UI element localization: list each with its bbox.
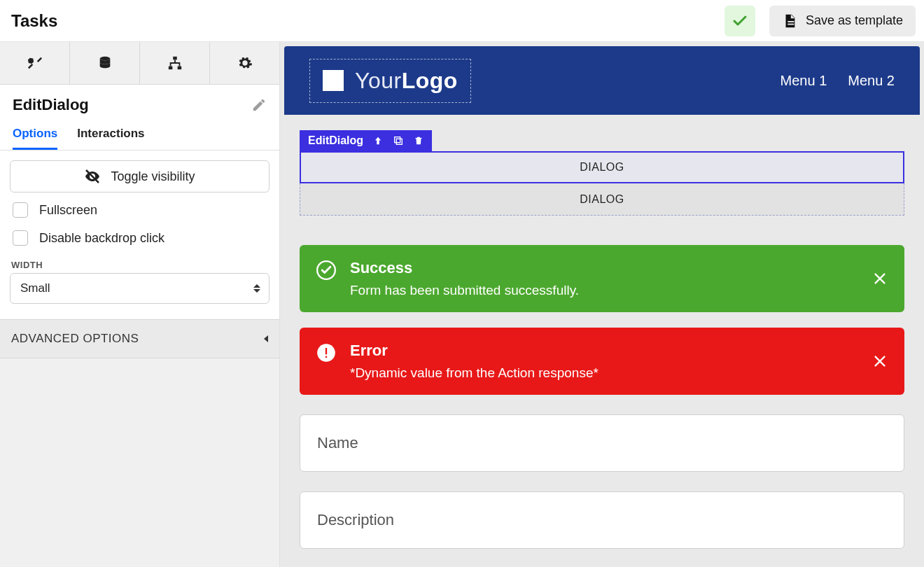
save-as-template-label: Save as template xyxy=(806,13,903,28)
trash-icon xyxy=(414,136,424,146)
tab-interactions[interactable]: Interactions xyxy=(77,127,144,150)
disable-backdrop-checkbox[interactable] xyxy=(13,230,28,246)
data-tab[interactable] xyxy=(70,42,140,84)
error-alert-message: *Dynamic value from the Action response* xyxy=(350,365,858,381)
logo-placeholder[interactable]: YourLogo xyxy=(309,59,471,103)
dialog-slot-selected[interactable]: DIALOG xyxy=(300,151,904,183)
design-canvas: YourLogo Menu 1 Menu 2 EditDialog xyxy=(280,42,924,567)
delete-button[interactable] xyxy=(414,136,424,146)
file-icon xyxy=(782,13,797,29)
svg-rect-4 xyxy=(168,66,172,70)
select-caret-icon xyxy=(253,284,260,293)
nav-menu-2[interactable]: Menu 2 xyxy=(848,73,895,89)
svg-rect-3 xyxy=(173,57,177,60)
app-header-bar: Tasks Save as template xyxy=(0,0,924,42)
tree-tab[interactable] xyxy=(140,42,210,84)
close-icon xyxy=(872,354,888,369)
nav-menu-1[interactable]: Menu 1 xyxy=(780,73,827,89)
svg-rect-11 xyxy=(326,348,327,354)
dialog-slot-label: DIALOG xyxy=(580,193,624,206)
name-field[interactable]: Name xyxy=(300,414,904,472)
check-icon xyxy=(732,13,748,29)
width-select-value: Small xyxy=(20,281,50,295)
selection-chip-label: EditDialog xyxy=(308,134,363,147)
width-section-label: WIDTH xyxy=(10,255,270,273)
page-title: Tasks xyxy=(11,11,57,31)
error-alert-title: Error xyxy=(350,342,858,360)
arrow-up-icon xyxy=(373,136,383,146)
width-select[interactable]: Small xyxy=(10,273,270,304)
tools-icon xyxy=(27,55,43,71)
success-alert-close[interactable] xyxy=(872,271,888,286)
advanced-options-toggle[interactable]: ADVANCED OPTIONS xyxy=(0,319,279,358)
svg-rect-1 xyxy=(788,23,794,24)
error-alert: Error *Dynamic value from the Action res… xyxy=(300,328,904,395)
close-icon xyxy=(872,271,888,286)
svg-rect-0 xyxy=(788,21,794,22)
pencil-icon xyxy=(251,97,267,113)
tab-options[interactable]: Options xyxy=(13,127,57,150)
inspector-empty-area xyxy=(0,358,279,567)
disable-backdrop-label: Disable backdrop click xyxy=(39,231,164,246)
svg-rect-5 xyxy=(177,66,181,70)
validate-button[interactable] xyxy=(724,6,755,36)
sitemap-icon xyxy=(167,55,183,71)
select-parent-button[interactable] xyxy=(373,136,383,146)
duplicate-button[interactable] xyxy=(393,135,404,146)
database-icon xyxy=(97,55,113,71)
dialog-slot-label: DIALOG xyxy=(580,161,624,174)
name-field-label: Name xyxy=(317,434,358,452)
description-field[interactable]: Description xyxy=(300,491,904,549)
success-alert-title: Success xyxy=(350,259,858,277)
success-alert-message: Form has been submitted successfully. xyxy=(350,283,858,298)
inspector-toolbar xyxy=(0,42,279,85)
preview-app-header: YourLogo Menu 1 Menu 2 xyxy=(284,46,920,115)
toggle-visibility-label: Toggle visibility xyxy=(111,169,195,184)
error-icon xyxy=(316,343,336,363)
description-field-label: Description xyxy=(317,511,394,529)
eye-off-icon xyxy=(84,168,101,185)
svg-rect-12 xyxy=(326,356,327,358)
header-actions: Save as template xyxy=(724,6,916,36)
settings-tab[interactable] xyxy=(210,42,279,84)
copy-icon xyxy=(393,135,404,146)
selected-component-name: EditDialog xyxy=(13,96,89,114)
inspector-tabs: Options Interactions xyxy=(0,117,279,150)
advanced-options-label: ADVANCED OPTIONS xyxy=(11,332,139,346)
selection-chip: EditDialog xyxy=(300,130,432,151)
fullscreen-checkbox[interactable] xyxy=(13,202,28,218)
preview-nav: Menu 1 Menu 2 xyxy=(780,73,895,89)
logo-mark-icon xyxy=(323,70,344,91)
logo-text: YourLogo xyxy=(355,68,458,94)
error-alert-close[interactable] xyxy=(872,354,888,369)
caret-left-icon xyxy=(264,335,268,342)
dialog-slot[interactable]: DIALOG xyxy=(300,183,904,216)
toggle-visibility-button[interactable]: Toggle visibility xyxy=(10,160,270,192)
rename-button[interactable] xyxy=(251,97,267,113)
success-alert: Success Form has been submitted successf… xyxy=(300,245,904,312)
inspector-panel: EditDialog Options Interactions Toggle v… xyxy=(0,42,280,567)
tools-tab[interactable] xyxy=(0,42,70,84)
gear-icon xyxy=(237,55,253,71)
svg-point-2 xyxy=(99,57,110,61)
success-icon xyxy=(316,260,336,280)
save-as-template-button[interactable]: Save as template xyxy=(769,6,916,36)
svg-rect-8 xyxy=(395,137,400,143)
svg-rect-7 xyxy=(396,139,402,144)
fullscreen-label: Fullscreen xyxy=(39,203,97,218)
